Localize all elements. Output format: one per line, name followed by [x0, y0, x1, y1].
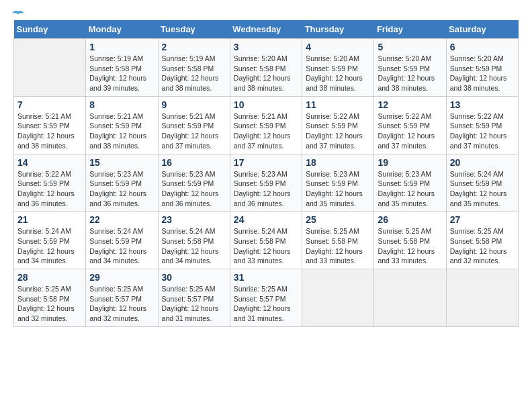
day-number: 11	[306, 99, 370, 110]
calendar-cell: 27 Sunrise: 5:25 AMSunset: 5:58 PMDaylig…	[446, 212, 518, 269]
calendar-cell: 16 Sunrise: 5:23 AMSunset: 5:59 PMDaylig…	[158, 154, 230, 212]
calendar-cell: 3 Sunrise: 5:20 AMSunset: 5:58 PMDayligh…	[230, 39, 302, 97]
calendar-table: SundayMondayTuesdayWednesdayThursdayFrid…	[13, 20, 519, 327]
day-info: Sunrise: 5:25 AMSunset: 5:57 PMDaylight:…	[162, 284, 226, 324]
day-info: Sunrise: 5:21 AMSunset: 5:59 PMDaylight:…	[89, 111, 154, 151]
day-info: Sunrise: 5:25 AMSunset: 5:58 PMDaylight:…	[306, 226, 370, 266]
day-number: 14	[17, 157, 82, 168]
day-info: Sunrise: 5:23 AMSunset: 5:59 PMDaylight:…	[306, 169, 370, 209]
calendar-cell: 23 Sunrise: 5:24 AMSunset: 5:58 PMDaylig…	[158, 212, 230, 269]
day-info: Sunrise: 5:19 AMSunset: 5:58 PMDaylight:…	[162, 54, 226, 93]
day-number: 24	[234, 214, 298, 225]
calendar-week-row: 1 Sunrise: 5:19 AMSunset: 5:58 PMDayligh…	[14, 39, 519, 97]
day-number: 23	[162, 214, 226, 225]
day-number: 8	[89, 99, 154, 110]
calendar-cell	[14, 39, 86, 97]
calendar-cell: 9 Sunrise: 5:21 AMSunset: 5:59 PMDayligh…	[158, 96, 230, 154]
day-number: 15	[89, 157, 154, 168]
calendar-week-row: 28 Sunrise: 5:25 AMSunset: 5:58 PMDaylig…	[14, 269, 519, 327]
calendar-cell: 13 Sunrise: 5:22 AMSunset: 5:59 PMDaylig…	[446, 96, 518, 154]
day-number: 21	[17, 214, 82, 225]
calendar-week-row: 14 Sunrise: 5:22 AMSunset: 5:59 PMDaylig…	[14, 154, 519, 212]
calendar-cell: 26 Sunrise: 5:25 AMSunset: 5:58 PMDaylig…	[374, 212, 446, 269]
day-number: 27	[450, 214, 515, 225]
logo-bird-icon	[11, 8, 26, 19]
day-info: Sunrise: 5:24 AMSunset: 5:58 PMDaylight:…	[162, 226, 226, 266]
calendar-cell: 5 Sunrise: 5:20 AMSunset: 5:59 PMDayligh…	[374, 39, 446, 97]
column-header-tuesday: Tuesday	[158, 20, 230, 39]
day-info: Sunrise: 5:24 AMSunset: 5:59 PMDaylight:…	[89, 226, 154, 266]
day-info: Sunrise: 5:19 AMSunset: 5:58 PMDaylight:…	[89, 54, 154, 93]
day-number: 9	[162, 99, 226, 110]
day-number: 17	[234, 157, 298, 168]
column-header-sunday: Sunday	[14, 20, 86, 39]
calendar-cell	[374, 269, 446, 327]
day-number: 20	[450, 157, 515, 168]
day-info: Sunrise: 5:20 AMSunset: 5:59 PMDaylight:…	[306, 54, 370, 93]
day-number: 18	[306, 157, 370, 168]
calendar-cell: 10 Sunrise: 5:21 AMSunset: 5:59 PMDaylig…	[230, 96, 302, 154]
day-info: Sunrise: 5:24 AMSunset: 5:59 PMDaylight:…	[17, 226, 82, 266]
calendar-cell	[302, 269, 374, 327]
day-number: 10	[234, 99, 298, 110]
day-number: 4	[306, 42, 370, 52]
day-info: Sunrise: 5:20 AMSunset: 5:59 PMDaylight:…	[450, 54, 515, 93]
day-number: 3	[234, 42, 298, 52]
calendar-cell: 25 Sunrise: 5:25 AMSunset: 5:58 PMDaylig…	[302, 212, 374, 269]
calendar-header-row: SundayMondayTuesdayWednesdayThursdayFrid…	[14, 20, 519, 39]
calendar-cell: 17 Sunrise: 5:23 AMSunset: 5:59 PMDaylig…	[230, 154, 302, 212]
calendar-cell: 31 Sunrise: 5:25 AMSunset: 5:57 PMDaylig…	[230, 269, 302, 327]
calendar-cell: 14 Sunrise: 5:22 AMSunset: 5:59 PMDaylig…	[14, 154, 86, 212]
calendar-cell: 1 Sunrise: 5:19 AMSunset: 5:58 PMDayligh…	[86, 39, 158, 97]
column-header-monday: Monday	[86, 20, 158, 39]
day-info: Sunrise: 5:25 AMSunset: 5:57 PMDaylight:…	[234, 284, 298, 324]
calendar-cell: 7 Sunrise: 5:21 AMSunset: 5:59 PMDayligh…	[14, 96, 86, 154]
day-info: Sunrise: 5:22 AMSunset: 5:59 PMDaylight:…	[17, 169, 82, 209]
day-number: 16	[162, 157, 226, 168]
day-info: Sunrise: 5:25 AMSunset: 5:58 PMDaylight:…	[450, 226, 515, 266]
day-info: Sunrise: 5:23 AMSunset: 5:59 PMDaylight:…	[89, 169, 154, 209]
day-info: Sunrise: 5:25 AMSunset: 5:58 PMDaylight:…	[378, 226, 442, 266]
calendar-cell: 24 Sunrise: 5:24 AMSunset: 5:58 PMDaylig…	[230, 212, 302, 269]
day-info: Sunrise: 5:23 AMSunset: 5:59 PMDaylight:…	[162, 169, 226, 209]
day-number: 22	[89, 214, 154, 225]
column-header-saturday: Saturday	[446, 20, 518, 39]
day-number: 31	[234, 272, 298, 283]
day-info: Sunrise: 5:22 AMSunset: 5:59 PMDaylight:…	[306, 111, 370, 151]
day-info: Sunrise: 5:22 AMSunset: 5:59 PMDaylight:…	[450, 111, 515, 151]
calendar-cell: 6 Sunrise: 5:20 AMSunset: 5:59 PMDayligh…	[446, 39, 518, 97]
day-info: Sunrise: 5:25 AMSunset: 5:58 PMDaylight:…	[17, 284, 82, 324]
calendar-cell: 30 Sunrise: 5:25 AMSunset: 5:57 PMDaylig…	[158, 269, 230, 327]
day-info: Sunrise: 5:24 AMSunset: 5:59 PMDaylight:…	[450, 169, 515, 209]
calendar-cell: 22 Sunrise: 5:24 AMSunset: 5:59 PMDaylig…	[86, 212, 158, 269]
day-number: 12	[378, 99, 442, 110]
day-info: Sunrise: 5:23 AMSunset: 5:59 PMDaylight:…	[378, 169, 442, 209]
day-number: 19	[378, 157, 442, 168]
day-number: 7	[17, 99, 82, 110]
calendar-cell: 20 Sunrise: 5:24 AMSunset: 5:59 PMDaylig…	[446, 154, 518, 212]
calendar-cell: 12 Sunrise: 5:22 AMSunset: 5:59 PMDaylig…	[374, 96, 446, 154]
calendar-cell: 21 Sunrise: 5:24 AMSunset: 5:59 PMDaylig…	[14, 212, 86, 269]
day-number: 1	[89, 42, 154, 52]
column-header-wednesday: Wednesday	[230, 20, 302, 39]
calendar-cell: 4 Sunrise: 5:20 AMSunset: 5:59 PMDayligh…	[302, 39, 374, 97]
calendar-cell: 11 Sunrise: 5:22 AMSunset: 5:59 PMDaylig…	[302, 96, 374, 154]
calendar-cell: 8 Sunrise: 5:21 AMSunset: 5:59 PMDayligh…	[86, 96, 158, 154]
day-number: 30	[162, 272, 226, 283]
calendar-cell: 18 Sunrise: 5:23 AMSunset: 5:59 PMDaylig…	[302, 154, 374, 212]
calendar-week-row: 7 Sunrise: 5:21 AMSunset: 5:59 PMDayligh…	[14, 96, 519, 154]
column-header-thursday: Thursday	[302, 20, 374, 39]
calendar-cell	[446, 269, 518, 327]
calendar-cell: 2 Sunrise: 5:19 AMSunset: 5:58 PMDayligh…	[158, 39, 230, 97]
calendar-cell: 19 Sunrise: 5:23 AMSunset: 5:59 PMDaylig…	[374, 154, 446, 212]
day-number: 29	[89, 272, 154, 283]
column-header-friday: Friday	[374, 20, 446, 39]
day-info: Sunrise: 5:20 AMSunset: 5:58 PMDaylight:…	[234, 54, 298, 93]
day-number: 2	[162, 42, 226, 52]
day-info: Sunrise: 5:24 AMSunset: 5:58 PMDaylight:…	[234, 226, 298, 266]
day-info: Sunrise: 5:21 AMSunset: 5:59 PMDaylight:…	[17, 111, 82, 151]
day-info: Sunrise: 5:21 AMSunset: 5:59 PMDaylight:…	[234, 111, 298, 151]
day-info: Sunrise: 5:21 AMSunset: 5:59 PMDaylight:…	[162, 111, 226, 151]
day-number: 5	[378, 42, 442, 52]
day-info: Sunrise: 5:25 AMSunset: 5:57 PMDaylight:…	[89, 284, 154, 324]
